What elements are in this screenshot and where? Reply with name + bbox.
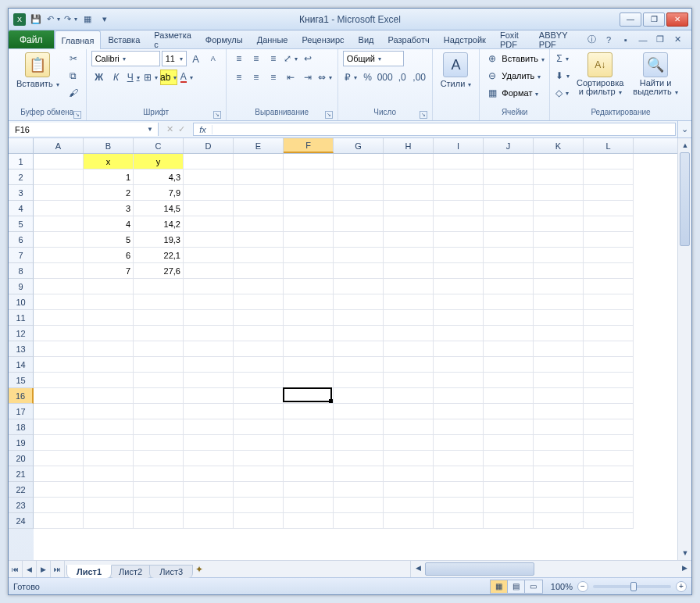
cell-K14[interactable] (534, 357, 584, 373)
scroll-down-button[interactable]: ▼ (678, 546, 691, 560)
column-header-E[interactable]: E (234, 138, 284, 153)
cell-K16[interactable] (534, 388, 584, 404)
cell-J11[interactable] (484, 310, 534, 326)
cell-C15[interactable] (134, 373, 184, 388)
cell-D5[interactable] (184, 216, 234, 232)
align-right-button[interactable]: ≡ (266, 70, 281, 85)
close-button[interactable]: ✕ (666, 12, 688, 27)
cell-E10[interactable] (234, 294, 284, 310)
cell-G9[interactable] (334, 279, 384, 294)
insert-cells-button[interactable]: Вставить (502, 54, 545, 63)
cell-F16[interactable] (284, 388, 334, 404)
cell-J1[interactable] (484, 154, 534, 169)
cell-F22[interactable] (284, 482, 334, 498)
cell-A18[interactable] (34, 419, 84, 435)
cell-C3[interactable]: 7,9 (134, 185, 184, 201)
cell-I12[interactable] (434, 326, 484, 341)
cell-J19[interactable] (484, 435, 534, 451)
qat-customize-button[interactable]: ▾ (98, 12, 112, 27)
next-sheet-button[interactable]: ▶ (37, 561, 51, 577)
cell-D20[interactable] (184, 451, 234, 466)
cell-L4[interactable] (584, 201, 634, 216)
row-header-7[interactable]: 7 (9, 248, 34, 263)
cell-L1[interactable] (584, 154, 634, 169)
cell-F3[interactable] (284, 185, 334, 201)
cell-F11[interactable] (284, 310, 334, 326)
cell-F14[interactable] (284, 357, 334, 373)
cell-D22[interactable] (184, 482, 234, 498)
cell-F20[interactable] (284, 451, 334, 466)
underline-button[interactable]: Ч (126, 70, 141, 85)
cell-J23[interactable] (484, 498, 534, 513)
cell-H14[interactable] (384, 357, 434, 373)
cell-K1[interactable] (534, 154, 584, 169)
cell-J7[interactable] (484, 248, 534, 263)
cell-J22[interactable] (484, 482, 534, 498)
cell-D1[interactable] (184, 154, 234, 169)
cell-H8[interactable] (384, 263, 434, 279)
zoom-in-button[interactable]: + (676, 581, 687, 592)
autosum-button[interactable]: Σ (555, 51, 570, 66)
cell-D23[interactable] (184, 498, 234, 513)
cell-A22[interactable] (34, 482, 84, 498)
cell-L3[interactable] (584, 185, 634, 201)
cell-E2[interactable] (234, 169, 284, 185)
cell-J14[interactable] (484, 357, 534, 373)
row-header-22[interactable]: 22 (9, 482, 34, 498)
cell-G19[interactable] (334, 435, 384, 451)
cell-H15[interactable] (384, 373, 434, 388)
cell-K20[interactable] (534, 451, 584, 466)
cell-B24[interactable] (84, 513, 134, 529)
increase-decimal-button[interactable]: ,0 (395, 70, 410, 85)
cell-I4[interactable] (434, 201, 484, 216)
cell-F8[interactable] (284, 263, 334, 279)
tab-8[interactable]: Надстройк (437, 30, 493, 48)
increase-indent-button[interactable]: ⇥ (300, 70, 316, 85)
cell-F23[interactable] (284, 498, 334, 513)
cell-H17[interactable] (384, 404, 434, 419)
row-header-12[interactable]: 12 (9, 326, 34, 341)
column-header-L[interactable]: L (584, 138, 634, 153)
cell-K18[interactable] (534, 419, 584, 435)
cell-K17[interactable] (534, 404, 584, 419)
cell-G16[interactable] (334, 388, 384, 404)
help-button[interactable]: ? (602, 34, 615, 46)
cell-A7[interactable] (34, 248, 84, 263)
cell-B8[interactable]: 7 (84, 263, 134, 279)
cell-B18[interactable] (84, 419, 134, 435)
cell-E18[interactable] (234, 419, 284, 435)
last-sheet-button[interactable]: ⏭ (51, 561, 65, 577)
cell-B4[interactable]: 3 (84, 201, 134, 216)
cell-A2[interactable] (34, 169, 84, 185)
align-bottom-button[interactable]: ≡ (266, 51, 281, 66)
cell-G22[interactable] (334, 482, 384, 498)
cell-J24[interactable] (484, 513, 534, 529)
cell-A4[interactable] (34, 201, 84, 216)
row-header-13[interactable]: 13 (9, 341, 34, 357)
row-header-2[interactable]: 2 (9, 169, 34, 185)
cell-F6[interactable] (284, 232, 334, 248)
cell-G12[interactable] (334, 326, 384, 341)
cell-C2[interactable]: 4,3 (134, 169, 184, 185)
column-header-J[interactable]: J (484, 138, 534, 153)
cell-G17[interactable] (334, 404, 384, 419)
cell-G14[interactable] (334, 357, 384, 373)
shrink-font-button[interactable]: A (205, 51, 221, 66)
cell-K22[interactable] (534, 482, 584, 498)
cell-grid[interactable]: xy14,327,9314,5414,2519,3622,1727,6 (34, 154, 677, 560)
cell-I14[interactable] (434, 357, 484, 373)
cell-G4[interactable] (334, 201, 384, 216)
column-header-B[interactable]: B (84, 138, 134, 153)
cell-H19[interactable] (384, 435, 434, 451)
cell-K5[interactable] (534, 216, 584, 232)
cell-L12[interactable] (584, 326, 634, 341)
name-box[interactable]: F16 ▼ (10, 123, 159, 136)
cell-D10[interactable] (184, 294, 234, 310)
cell-C6[interactable]: 19,3 (134, 232, 184, 248)
cell-L16[interactable] (584, 388, 634, 404)
save-button[interactable]: 💾 (29, 12, 43, 27)
cell-B10[interactable] (84, 294, 134, 310)
cell-B22[interactable] (84, 482, 134, 498)
row-header-6[interactable]: 6 (9, 232, 34, 248)
italic-button[interactable]: К (109, 70, 124, 85)
